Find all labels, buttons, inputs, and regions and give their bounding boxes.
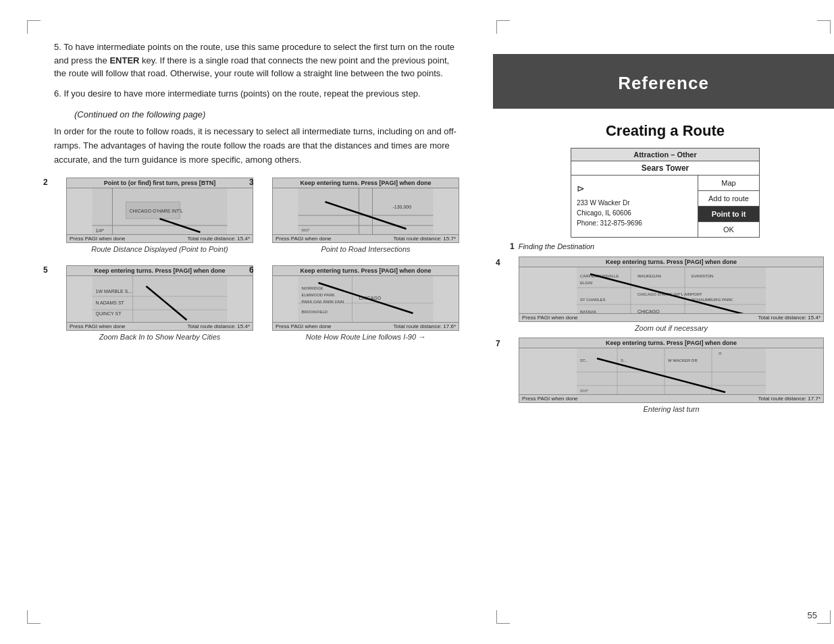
ok-button[interactable]: OK [698,222,759,237]
info-box-body: ⊳ 233 W Wacker Dr Chicago, IL 60606 Phon… [571,176,759,237]
creating-route-heading: Creating a Route [506,122,824,140]
left-column: 5. To have intermediate points on the ro… [0,0,493,644]
right-corner-tl [496,20,510,34]
svg-text:ST CHARLES: ST CHARLES [580,298,606,302]
right-corner-br [817,610,831,624]
fig-4-bottom-right: Total route distance: 15.4* [758,315,820,321]
svg-text:ST...: ST... [580,358,588,363]
point-to-it-button[interactable]: Point to it [698,207,759,222]
fig-7-map: Keep entering turns. Press [PAGI] when d… [519,338,824,403]
fig-2-bottom-left: Press PAGI when done [70,236,126,242]
fig-6-top-bar: Keep entering turns. Press [PAGI] when d… [273,266,459,276]
fig-7-bottom-left: Press PAGI when done [522,396,578,402]
svg-text:ELGIN: ELGIN [580,281,592,285]
fig-4-bottom-left: Press PAGI when done [522,315,578,321]
svg-text:NORRIDGE: NORRIDGE [302,286,323,290]
fig-4-top-bar: Keep entering turns. Press [PAGI] when d… [519,257,823,267]
info-box-icon: ⊳ [577,179,692,198]
fig-6-map: Keep entering turns. Press [PAGI] when d… [272,265,459,331]
svg-text:WAUKEGAN: WAUKEGAN [637,274,661,278]
svg-text:PARK OAK PARK FAIN: PARK OAK PARK FAIN [302,300,344,304]
svg-text:800*: 800* [302,228,311,232]
fig-2-caption: Route Distance Displayed (Point to Point… [66,245,253,253]
fig-4-caption: Zoom out if necessary [519,324,824,332]
fig-2-num: 2 [43,178,48,187]
map-button[interactable]: Map [698,176,759,191]
info-box-left: ⊳ 233 W Wacker Dr Chicago, IL 60606 Phon… [571,176,698,237]
svg-text:W WACKER DR: W WACKER DR [668,358,698,363]
fig-6-num: 6 [249,265,254,275]
step-6: 6. If you desire to have more intermedia… [54,87,459,101]
figure-7: 7 Keep entering turns. Press [PAGI] when… [506,338,824,413]
fig-3-num: 3 [249,178,254,187]
fig-7-num: 7 [496,339,500,348]
right-corner-bl [496,610,510,624]
svg-text:⊓: ⊓ [719,352,722,356]
fig-5-top-bar: Keep entering turns. Press [PAGI] when d… [67,266,253,276]
right-column: Reference Creating a Route Attraction – … [493,0,834,644]
step-6-num: 6. [54,88,61,99]
svg-text:S...: S... [621,358,627,363]
fig-3-bottom-bar: Press PAGI when done Total route distanc… [273,234,459,242]
fig-5-map: Keep entering turns. Press [PAGI] when d… [66,265,253,331]
svg-text:CHICAGO O'HARE INT'L: CHICAGO O'HARE INT'L [130,209,183,213]
fig-1-caption: Finding the Destination [519,242,595,250]
figure-2: 2 Point to (or find) first turn, press [… [54,178,253,259]
fig-6-bottom-bar: Press PAGI when done Total route distanc… [273,322,459,330]
continued-text: (Continued on the following page) [74,109,459,119]
step-5-bold: ENTER [109,55,139,65]
fig-5-caption: Zoom Back In to Show Nearby Cities [66,333,253,341]
svg-text:500*: 500* [580,389,589,393]
reference-title: Reference [493,73,834,94]
fig-7-bottom-right: Total route distance: 17.7* [758,396,820,402]
fig-3-caption: Point to Road Intersections [272,245,459,253]
figure-6: 6 Keep entering turns. Press [PAGI] when… [260,265,459,346]
fig-7-caption: Entering last turn [519,405,824,413]
info-box-phone: Phone: 312-875-9696 [577,218,692,228]
fig-1-label-row: 1 Finding the Destination [506,242,824,251]
fig-2-top-bar: Point to (or find) first turn, press [BT… [67,178,253,188]
add-to-route-button[interactable]: Add to route [698,191,759,207]
svg-text:1/4*: 1/4* [96,228,105,233]
fig-3-bottom-left: Press PAGI when done [276,236,332,242]
right-figs-container: Creating a Route Attraction – Other Sear… [493,122,834,413]
info-box-right: Map Add to route Point to it OK [698,176,759,237]
fig-2-map: Point to (or find) first turn, press [BT… [66,178,253,243]
fig-5-bottom-left: Press PAGI when done [70,323,126,329]
info-box: Attraction – Other Sears Tower ⊳ 233 W W… [571,148,760,238]
svg-text:SCHAUMBURG PARK: SCHAUMBURG PARK [692,298,733,302]
fig-4-map: Keep entering turns. Press [PAGI] when d… [519,257,824,322]
fig-6-caption: Note How Route Line follows I-90 → [272,333,459,341]
info-box-address2: Chicago, IL 60606 [577,208,692,218]
fig-6-bottom-left: Press PAGI when done [276,323,332,329]
figure-5: 5 Keep entering turns. Press [PAGI] when… [54,265,253,346]
fig-1-num: 1 [510,242,515,251]
page-number: 55 [808,610,817,620]
figure-3: 3 Keep entering turns. Press [PAGI] when… [260,178,459,259]
steps-list: 5. To have intermediate points on the ro… [54,41,459,100]
step-6-text: If you desire to have more intermediate … [63,88,420,99]
fig-2-bottom-bar: Press PAGI when done Total route distanc… [67,234,253,242]
figure-4: 4 Keep entering turns. Press [PAGI] when… [506,257,824,332]
svg-text:QUINCY ST: QUINCY ST [96,311,122,317]
svg-text:N ADAMS ST: N ADAMS ST [96,300,125,305]
fig-5-bottom-bar: Press PAGI when done Total route distanc… [67,322,253,330]
fig-2-bottom-right: Total route distance: 15.4* [187,236,250,242]
svg-text:BROOKFIELD: BROOKFIELD [302,310,328,314]
fig-4-bottom-bar: Press PAGI when done Total route distanc… [519,313,823,321]
reference-header: Reference [493,54,834,109]
step-5: 5. To have intermediate points on the ro… [54,41,459,80]
svg-text:-130,000: -130,000 [393,205,412,209]
info-box-address1: 233 W Wacker Dr [577,198,692,208]
step-5-num: 5. [54,42,61,52]
info-box-header2: Sears Tower [571,161,759,176]
right-corner-tr [817,20,831,34]
fig-5-bottom-right: Total route distance: 15.4* [187,323,250,329]
fig-5-num: 5 [43,265,48,275]
fig-3-map: Keep entering turns. Press [PAGI] when d… [272,178,459,243]
main-paragraph: In order for the route to follow roads, … [54,125,459,167]
svg-text:1W MARBLE S...: 1W MARBLE S... [96,289,132,294]
page-container: 5. To have intermediate points on the ro… [0,0,834,644]
fig-3-top-bar: Keep entering turns. Press [PAGI] when d… [273,178,459,188]
info-box-header1: Attraction – Other [571,149,759,161]
